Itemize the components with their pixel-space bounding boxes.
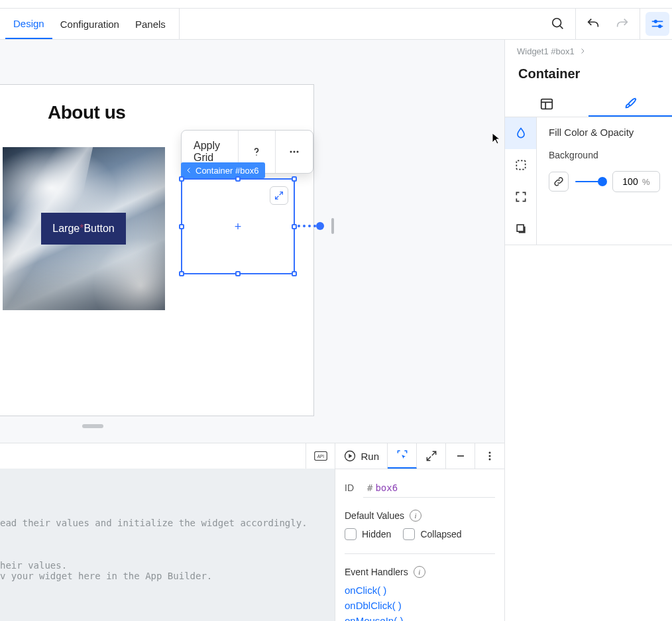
undo-button[interactable]	[581, 12, 605, 36]
defaults-group: Hidden Collapsed	[345, 528, 495, 547]
selected-container[interactable]: +	[181, 178, 295, 274]
corners-icon	[514, 190, 528, 203]
resize-handle-nw[interactable]	[179, 176, 184, 182]
handler-onmousein[interactable]: onMouseIn( )	[345, 615, 495, 621]
tab-configuration[interactable]: Configuration	[52, 9, 127, 39]
large-button[interactable]: Large*Button	[41, 213, 126, 245]
more-vertical-icon	[483, 449, 496, 463]
handler-ondblclick[interactable]: onDblClick( )	[345, 600, 495, 611]
layout-icon	[539, 97, 554, 111]
redo-icon	[615, 17, 630, 31]
rail-shadow[interactable]	[505, 213, 536, 245]
run-button[interactable]: Run	[335, 443, 388, 469]
minimize-button[interactable]	[446, 443, 475, 469]
run-label: Run	[361, 451, 379, 462]
opacity-unit: %	[642, 177, 650, 187]
svg-point-0	[553, 19, 561, 27]
minimize-icon	[454, 449, 467, 463]
resize-handle-sw[interactable]	[179, 271, 184, 276]
tab-panels[interactable]: Panels	[127, 9, 174, 39]
zoom-button[interactable]	[546, 12, 570, 36]
redo-button[interactable]	[610, 12, 634, 36]
expand-icon	[425, 449, 438, 463]
opacity-input-box: %	[612, 171, 660, 192]
opacity-row: %	[549, 171, 660, 192]
id-row: ID # box6	[345, 478, 495, 498]
handler-onclick[interactable]: onClick( )	[345, 585, 495, 596]
svg-point-7	[290, 151, 292, 153]
style-rail	[505, 117, 537, 245]
inspector-body: Fill Color & Opacity Background %	[505, 117, 672, 245]
shadow-icon	[514, 222, 528, 235]
info-icon[interactable]: i	[414, 566, 425, 578]
inspect-icon	[396, 449, 409, 462]
info-icon[interactable]: i	[410, 510, 421, 522]
svg-point-22	[489, 455, 491, 457]
chevron-left-icon	[185, 166, 193, 174]
background-label: Background	[549, 150, 660, 160]
divider	[575, 8, 576, 40]
defaults-title: Default Values	[345, 510, 404, 521]
border-icon	[514, 158, 528, 172]
link-icon	[553, 176, 565, 188]
rail-border[interactable]	[505, 149, 536, 181]
inspector-tab-layout[interactable]	[505, 91, 588, 117]
divider	[345, 553, 495, 554]
breadcrumb-label: Widget1 #box1	[517, 46, 575, 56]
id-field[interactable]: # box6	[363, 478, 495, 498]
opacity-slider[interactable]	[575, 175, 606, 188]
slider-thumb[interactable]	[598, 177, 607, 186]
id-value: box6	[375, 482, 398, 493]
inspector-panel: Widget1 #box1 Container Fill Color	[504, 40, 672, 621]
toggle-panel-button[interactable]	[645, 12, 669, 36]
expand-icon	[274, 190, 284, 201]
svg-line-1	[560, 26, 563, 29]
add-element-button[interactable]: +	[231, 220, 245, 233]
opacity-input[interactable]	[618, 176, 642, 188]
resize-handle-se[interactable]	[292, 271, 297, 276]
fullscreen-button[interactable]	[417, 443, 446, 469]
resize-handle-ne[interactable]	[292, 176, 297, 182]
collapsed-checkbox-row[interactable]: Collapsed	[403, 528, 461, 540]
expand-button[interactable]	[270, 186, 288, 205]
events-title: Event Handlers	[345, 567, 408, 577]
sliders-icon	[650, 17, 665, 31]
rail-corners[interactable]	[505, 181, 536, 213]
style-content: Fill Color & Opacity Background %	[537, 117, 672, 245]
svg-point-5	[659, 25, 661, 28]
svg-rect-10	[541, 99, 553, 109]
checkbox-hidden[interactable]	[345, 528, 357, 540]
tabs-divider	[179, 9, 180, 39]
more-options-button[interactable]	[276, 131, 313, 173]
search-icon	[551, 17, 565, 31]
alignment-guide-anchor[interactable]	[316, 222, 324, 230]
events-header: Event Handlers i	[345, 566, 495, 578]
resize-handle-s[interactable]	[235, 271, 241, 276]
divider	[640, 8, 640, 40]
more-button[interactable]	[475, 443, 504, 469]
resize-handle-n[interactable]	[235, 176, 241, 182]
defaults-header: Default Values i	[345, 510, 495, 522]
selection-tag[interactable]: Container #box6	[181, 162, 265, 178]
surface-resize-handle[interactable]	[82, 424, 103, 428]
tab-design[interactable]: Design	[5, 9, 52, 39]
svg-point-23	[489, 459, 491, 461]
checkbox-collapsed[interactable]	[403, 528, 415, 540]
rail-fill[interactable]	[505, 117, 536, 149]
design-surface[interactable]: About us Large*Button Apply Grid Contain…	[0, 84, 314, 416]
droplet-icon	[514, 127, 528, 140]
breadcrumb[interactable]: Widget1 #box1	[505, 40, 672, 62]
resize-handle-e[interactable]	[292, 224, 297, 229]
resize-handle-w[interactable]	[179, 224, 184, 229]
hidden-checkbox-row[interactable]: Hidden	[345, 528, 391, 540]
inspector-tab-style[interactable]	[588, 91, 672, 117]
inspector-tabs	[505, 91, 672, 117]
help-icon	[250, 145, 263, 158]
link-color-button[interactable]	[549, 172, 569, 192]
api-button[interactable]: API	[306, 443, 335, 469]
inspect-mode-button[interactable]	[388, 443, 417, 469]
top-actions	[543, 9, 672, 39]
code-editor[interactable]: ead their values and initialize the widg…	[0, 469, 335, 621]
id-hash: #	[367, 482, 372, 493]
svg-rect-13	[516, 160, 525, 169]
